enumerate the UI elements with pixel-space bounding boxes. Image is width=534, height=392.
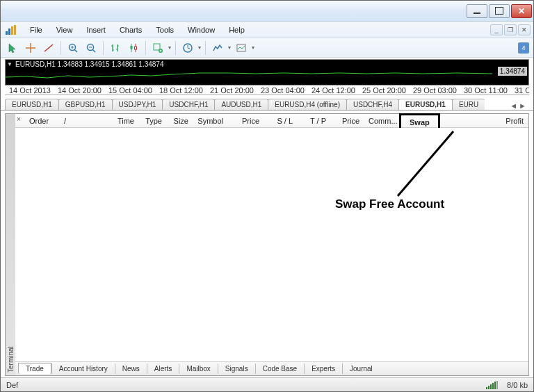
toolbar-separator — [145, 41, 146, 55]
chart-tab-next-icon[interactable]: ► — [519, 101, 526, 110]
connection-bars-icon — [486, 381, 501, 389]
toolbar-separator — [205, 41, 206, 55]
menubar: File View Insert Charts Tools Window Hel… — [1, 22, 533, 38]
chart-add-icon[interactable] — [150, 40, 165, 56]
window-maximize-button[interactable] — [489, 4, 510, 18]
menu-help[interactable]: Help — [222, 24, 252, 36]
terminal-close-icon[interactable]: × — [17, 115, 21, 123]
svg-rect-2 — [11, 26, 13, 35]
terminal-tab-experts[interactable]: Experts — [304, 364, 342, 374]
menu-view[interactable]: View — [49, 24, 80, 36]
chart-tab-eurusd-h1-active[interactable]: EURUSD,H1 — [398, 99, 453, 110]
bar-chart-icon[interactable] — [108, 40, 123, 56]
chart-time-axis: 14 Oct 201314 Oct 20:0015 Oct 04:00 18 O… — [5, 85, 529, 95]
chart-tab-usdchf-h1[interactable]: USDCHF,H1 — [162, 99, 215, 110]
terminal-panel: Terminal × Order / Time Type Size Symbol… — [5, 113, 529, 376]
toolbar-separator — [175, 41, 176, 55]
status-left: Def — [6, 381, 18, 389]
mdi-close-button[interactable]: ✕ — [518, 24, 531, 35]
svg-rect-3 — [14, 25, 16, 35]
terminal-side-label: Terminal — [6, 114, 15, 375]
col-price2[interactable]: Price — [331, 115, 364, 126]
chart-tab-eurusd-h4-offline[interactable]: EURUSD,H4 (offline) — [268, 99, 347, 110]
chart-tab-eurusd-h1[interactable]: EURUSD,H1 — [5, 99, 59, 110]
main-toolbar: ▾ ▾ ▾ ▾ 4 — [1, 38, 533, 58]
col-commission[interactable]: Comm... — [364, 115, 399, 126]
templates-icon[interactable] — [234, 40, 249, 56]
svg-line-8 — [75, 49, 78, 52]
annotation-arrow-icon — [380, 128, 464, 204]
svg-rect-1 — [8, 28, 10, 35]
chart-tab-usdjpy-h1[interactable]: USDJPY,H1 — [112, 99, 163, 110]
chart-line-icon — [6, 72, 492, 79]
col-time[interactable]: Time — [70, 115, 139, 126]
chart-tab-nav: ◄ ► — [507, 101, 529, 110]
col-symbol[interactable]: Symbol — [193, 115, 228, 126]
toolbar-separator — [60, 41, 61, 55]
mini-chart[interactable]: ▼ EURUSD,H1 1.34883 1.34915 1.34861 1.34… — [5, 59, 529, 85]
chart-tabs: EURUSD,H1 GBPUSD,H1 USDJPY,H1 USDCHF,H1 … — [1, 97, 533, 111]
terminal-tab-news[interactable]: News — [115, 364, 147, 374]
chart-symbol-info: EURUSD,H1 1.34883 1.34915 1.34861 1.3487… — [15, 60, 164, 68]
mdi-restore-button[interactable]: ❐ — [504, 24, 517, 35]
col-order[interactable]: Order — [25, 115, 60, 126]
svg-rect-24 — [154, 44, 160, 50]
toolbar-badge[interactable]: 4 — [518, 42, 529, 54]
col-size[interactable]: Size — [167, 115, 193, 126]
menu-window[interactable]: Window — [181, 24, 222, 36]
col-sort-icon[interactable]: / — [60, 115, 70, 126]
app-icon — [3, 23, 19, 37]
chart-tab-gbpusd-h1[interactable]: GBPUSD,H1 — [58, 99, 113, 110]
crosshair-icon[interactable] — [23, 40, 38, 56]
mdi-minimize-button[interactable]: _ — [490, 24, 503, 35]
toolbar-separator — [103, 41, 104, 55]
svg-line-32 — [398, 131, 453, 196]
svg-rect-21 — [131, 46, 133, 49]
terminal-header: Order / Time Type Size Symbol Price S / … — [15, 114, 528, 128]
status-kb: 8/0 kb — [507, 381, 528, 389]
terminal-tab-account-history[interactable]: Account History — [51, 364, 115, 374]
terminal-tab-code-base[interactable]: Code Base — [255, 364, 304, 374]
terminal-content: Swap Free Account — [15, 128, 528, 361]
candle-chart-icon[interactable] — [126, 40, 141, 56]
terminal-tab-alerts[interactable]: Alerts — [147, 364, 179, 374]
col-profit[interactable]: Profit — [440, 115, 528, 126]
terminal-tab-trade[interactable]: Trade — [18, 363, 51, 374]
svg-line-30 — [188, 48, 190, 49]
window-minimize-button[interactable] — [467, 4, 487, 18]
menu-tools[interactable]: Tools — [149, 24, 181, 36]
trendline-icon[interactable] — [41, 40, 56, 56]
col-tp[interactable]: T / P — [298, 115, 331, 126]
chart-dropdown-icon[interactable]: ▼ — [7, 61, 14, 68]
menu-insert[interactable]: Insert — [79, 24, 113, 36]
clock-icon[interactable] — [180, 40, 195, 56]
col-price1[interactable]: Price — [228, 115, 264, 126]
terminal-tab-signals[interactable]: Signals — [218, 364, 255, 374]
indicators-icon[interactable] — [210, 40, 225, 56]
svg-line-12 — [93, 49, 96, 52]
annotation-text: Swap Free Account — [335, 197, 444, 211]
col-sl[interactable]: S / L — [264, 115, 298, 126]
terminal-tabs: Trade Account History News Alerts Mailbo… — [15, 361, 528, 375]
chart-tab-audusd-h1[interactable]: AUDUSD,H1 — [214, 99, 268, 110]
cursor-icon[interactable] — [5, 40, 20, 56]
chart-current-price: 1.34874 — [498, 67, 527, 76]
status-bar: Def 8/0 kb — [1, 377, 533, 391]
window-titlebar: ✕ — [1, 1, 533, 22]
mdi-controls: _ ❐ ✕ — [490, 24, 531, 35]
window-close-button[interactable]: ✕ — [511, 4, 532, 18]
chart-tab-partial[interactable]: EURU — [452, 99, 485, 110]
chart-tab-prev-icon[interactable]: ◄ — [510, 101, 517, 110]
svg-rect-23 — [135, 47, 137, 49]
menu-file[interactable]: File — [23, 24, 49, 36]
chart-tab-usdchf-h4[interactable]: USDCHF,H4 — [346, 99, 399, 110]
terminal-tab-journal[interactable]: Journal — [342, 364, 380, 374]
terminal-tab-mailbox[interactable]: Mailbox — [179, 364, 217, 374]
svg-line-6 — [44, 44, 53, 51]
svg-rect-0 — [6, 31, 8, 35]
zoom-out-icon[interactable] — [83, 40, 99, 56]
zoom-in-icon[interactable] — [65, 40, 81, 56]
col-type[interactable]: Type — [139, 115, 167, 126]
menu-charts[interactable]: Charts — [113, 24, 149, 36]
